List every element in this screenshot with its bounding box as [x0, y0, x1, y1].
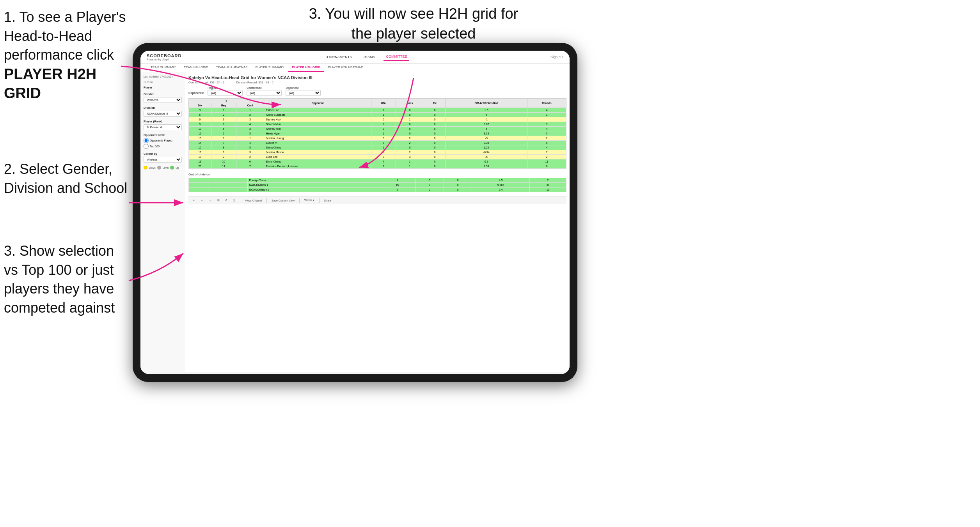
overall-record: Overall Record: 353 - 34 - 6	[188, 81, 225, 84]
table-cell: 2	[371, 141, 396, 145]
table-cell: 3.67	[446, 122, 527, 127]
table-cell: 1	[396, 164, 424, 169]
gender-select[interactable]: Women's	[144, 97, 182, 103]
up-label: Up	[176, 166, 179, 169]
radio-top100[interactable]: Top 100	[144, 144, 182, 149]
toolbar-divider-2	[266, 198, 267, 203]
player-label: Player	[144, 86, 182, 89]
table-cell: 0	[424, 113, 446, 117]
table-cell: 3	[236, 117, 264, 122]
table-row: 914Sharon Mun1003.673	[189, 122, 566, 127]
table-cell: 18	[189, 155, 211, 159]
grid-btn[interactable]: ⊞	[216, 198, 221, 202]
opponent-select[interactable]: (All)	[286, 90, 321, 96]
region-select[interactable]: (All)	[208, 90, 243, 96]
refresh-btn[interactable]: ↺	[224, 198, 229, 202]
table-cell: 4	[527, 127, 566, 131]
undo-btn[interactable]: ↩	[192, 198, 197, 202]
sub-team-h2h-heatmap[interactable]: TEAM H2H HEATMAP	[212, 64, 252, 72]
conference-select[interactable]: (All)	[247, 90, 282, 96]
instruction-1-text: 1. To see a Player's Head-to-Head perfor…	[4, 8, 133, 65]
table-cell: Sharon Mun	[264, 122, 371, 127]
table-cell: 1	[396, 117, 424, 122]
instruction-3-left-text: 3. Show selection vs Top 100 or just pla…	[4, 242, 129, 317]
save-custom-btn[interactable]: Save Custom View	[270, 199, 296, 202]
table-cell: 0	[371, 117, 396, 122]
table-cell: 19	[189, 159, 211, 164]
nav-committee[interactable]: COMMITTEE	[383, 53, 409, 61]
header-div: Div	[189, 103, 211, 108]
table-cell: Jessica Mason	[264, 150, 371, 155]
table-cell: 6	[189, 117, 211, 122]
table-cell: 0	[424, 131, 446, 136]
view-original-btn[interactable]: View: Original	[243, 199, 263, 202]
table-row: 1613Jessica Mason120-0.947	[189, 150, 566, 155]
table-cell: 2	[236, 155, 264, 159]
table-cell: 2	[527, 155, 566, 159]
watch-btn[interactable]: Watch ▾	[303, 198, 316, 202]
table-cell: 0	[424, 164, 446, 169]
division-record: Division Record: 331 - 34 - 6	[236, 81, 273, 84]
opponent-label: Opponent	[286, 87, 321, 89]
player-rank-section: Player (Rank) 8. Katelyn Vo	[144, 120, 182, 130]
table-cell: 5	[189, 113, 211, 117]
sub-team-summary[interactable]: TEAM SUMMARY	[147, 64, 180, 72]
circle-btn[interactable]: ◎	[231, 198, 237, 202]
nav-teams[interactable]: TEAMS	[360, 53, 377, 60]
sub-player-h2h-heatmap[interactable]: PLAYER H2H HEATMAP	[324, 64, 367, 72]
table-cell: 6	[211, 127, 236, 131]
table-cell: Andrea York	[264, 127, 371, 131]
table-cell: -5	[446, 155, 527, 159]
ood-cell: 5	[379, 187, 415, 192]
share-btn[interactable]: Share	[323, 199, 333, 202]
table-row: 1125Heejo Hyun1003.333	[189, 131, 566, 136]
division-select[interactable]: NCAA Division III	[144, 111, 182, 117]
logo: SCOREBOARD Powered by clippd	[147, 53, 181, 61]
table-cell: 3.33	[446, 131, 527, 136]
colour-by-select[interactable]: Win/loss	[144, 157, 182, 163]
ood-cell	[228, 178, 247, 183]
sub-player-summary[interactable]: PLAYER SUMMARY	[252, 64, 288, 72]
ood-cell	[208, 178, 228, 183]
radio-opponents-played[interactable]: Opponents Played	[144, 138, 182, 143]
table-row: 20117Federica Domecq Lacroze2101.336	[189, 164, 566, 169]
ood-cell: 7.4	[472, 187, 529, 192]
instruction-3-left: 3. Show selection vs Top 100 or just pla…	[4, 242, 129, 317]
table-cell: 4	[371, 159, 396, 164]
page-title: Katelyn Vo Head-to-Head Grid for Women's…	[188, 75, 566, 80]
ood-cell: NAIA Division 1	[247, 183, 379, 187]
out-of-division: Out of division Foreign Team1004.52NAIA …	[188, 173, 566, 192]
ood-cell	[208, 187, 228, 192]
table-cell: 6	[527, 164, 566, 169]
instruction-3-top-text: 3. You will now see H2H grid for the pla…	[300, 4, 527, 44]
colour-by-label: Colour by	[144, 152, 182, 156]
table-cell: 2	[371, 127, 396, 131]
ood-row: Foreign Team1004.52	[189, 178, 566, 183]
table-cell: 0	[396, 113, 424, 117]
table-cell: 20	[189, 164, 211, 169]
player-rank-select[interactable]: 8. Katelyn Vo	[144, 124, 182, 130]
table-cell: 10	[189, 127, 211, 131]
table-cell: 7	[236, 164, 264, 169]
table-row: 19106Emily Chang4100.311	[189, 159, 566, 164]
filter-region: Region (All)	[208, 87, 243, 96]
nav-tournaments[interactable]: TOURNAMENTS	[323, 53, 354, 60]
table-cell: 2	[211, 113, 236, 117]
records-row: Overall Record: 353 - 34 - 6 Division Re…	[188, 81, 566, 84]
colour-by-section: Colour by Win/loss	[144, 152, 182, 163]
table-row: 1822Euna Lee030-52	[189, 155, 566, 159]
table-cell: 2	[396, 150, 424, 155]
table-cell: 14	[189, 141, 211, 145]
sub-player-h2h-grid[interactable]: PLAYER H2H GRID	[288, 64, 324, 72]
table-cell: 1	[211, 122, 236, 127]
forward-btn[interactable]: →	[208, 199, 213, 202]
table-cell: Emily Chang	[264, 159, 371, 164]
colour-legend: Down Level Up	[144, 166, 182, 170]
back-btn[interactable]: ←	[199, 199, 205, 202]
table-cell: 0	[424, 150, 446, 155]
sub-team-h2h-grid[interactable]: TEAM H2H GRID	[180, 64, 212, 72]
table-cell: 11	[189, 131, 211, 136]
sign-out[interactable]: Sign out	[550, 55, 563, 59]
table-cell: Esther Lee	[264, 108, 371, 113]
table-cell: 3	[527, 113, 566, 117]
